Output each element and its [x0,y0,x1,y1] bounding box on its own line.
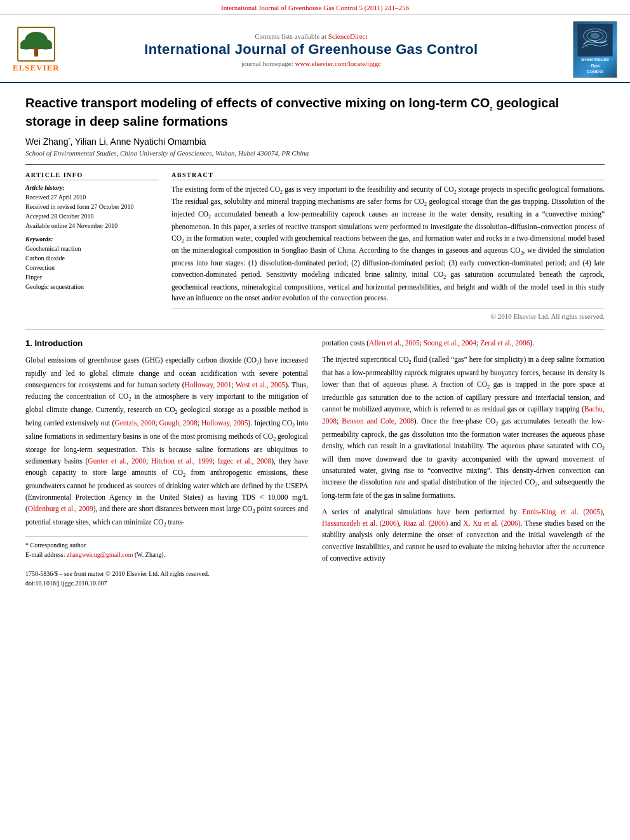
corresponding-note: * Corresponding author. [25,540,308,550]
email-link[interactable]: zhangweicug@gmail.com [67,551,133,558]
right-para-transport: portation costs (Allen et al., 2005; Soo… [322,337,605,349]
top-bar: International Journal of Greenhouse Gas … [0,0,630,15]
received-date: Received 27 April 2010 [25,192,159,202]
keyword-5: Geologic sequestration [25,282,159,291]
ref-xu2006[interactable]: X. Xu et al. (2006) [463,519,520,527]
email-line: E-mail address: zhangweicug@gmail.com (W… [25,550,308,559]
keyword-4: Finger [25,272,159,282]
copyright-line: © 2010 Elsevier Ltd. All rights reserved… [171,308,605,320]
article-title: Reactive transport modeling of effects o… [25,95,605,130]
journal-header: ELSEVIER Contents lists available at Sci… [0,15,630,83]
footnote-area: * Corresponding author. E-mail address: … [25,536,308,588]
ref-holloway2001[interactable]: Holloway, 2001 [185,381,232,389]
body-left-col: 1. Introduction Global emissions of gree… [25,337,308,588]
body-right-col: portation costs (Allen et al., 2005; Soo… [322,337,605,588]
homepage-link[interactable]: www.elsevier.com/locate/ijggc [295,60,382,67]
ref-oldenburg2009[interactable]: Oldenburg et al., 2009 [28,505,93,512]
available-date: Available online 24 November 2010 [25,221,159,230]
article-history: Article history: Received 27 April 2010 … [25,184,159,230]
history-label: Article history: [25,184,159,191]
section-divider [25,329,605,330]
keyword-2: Carbon dioxide [25,253,159,263]
ref-hassanzadeh2006[interactable]: Hassanzadeh et al. (2006) [322,519,399,527]
ref-soong2004[interactable]: Soong et al., 2004 [424,339,476,347]
affiliation: School of Environmental Studies, China U… [25,149,605,157]
svg-point-3 [39,39,52,50]
journal-title-section: Contents lists available at ScienceDirec… [60,32,563,67]
elsevier-logo: ELSEVIER [13,27,60,73]
ref-riaz2006[interactable]: Riaz al. (2006) [403,519,448,527]
received-revised-date: Received in revised form 27 October 2010 [25,202,159,211]
elsevier-tree-icon [17,27,55,62]
keywords-label: Keywords: [25,236,159,243]
article-info-label: ARTICLE INFO [25,171,159,180]
doi-line: doi:10.1016/j.ijggc.2010.10.007 [25,578,308,588]
issn-line: 1750-5836/$ – see front matter © 2010 El… [25,569,308,578]
ref-hitchon1999[interactable]: Hitchon et al., 1999 [151,457,213,465]
ref-gentzis2000[interactable]: Gentzis, 2000 [114,419,155,427]
right-para2: The injected supercritical CO2 fluid (ca… [322,354,605,501]
abstract-section: ABSTRACT The existing form of the inject… [171,171,605,320]
right-para3: A series of analytical simulations have … [322,506,605,564]
journal-main-title: International Journal of Greenhouse Gas … [60,41,563,58]
svg-point-2 [20,39,33,50]
accepted-date: Accepted 28 October 2010 [25,211,159,221]
keyword-1: Geochemical reaction [25,244,159,253]
elsevier-label: ELSEVIER [13,63,60,73]
journal-cover: GreenhouseGasControl [573,21,617,78]
journal-homepage: journal homepage: www.elsevier.com/locat… [60,60,563,67]
info-abstract-section: ARTICLE INFO Article history: Received 2… [25,164,605,320]
svg-rect-4 [34,48,38,57]
sciencedirect-link[interactable]: ScienceDirect [328,32,368,40]
cover-image: GreenhouseGasControl [573,21,617,78]
ref-izgec2008[interactable]: Izgec et al., 2008 [218,457,272,465]
ref-benson2008[interactable]: Benson and Cole, 2008 [342,417,414,425]
ref-gunter2000[interactable]: Gunter et al., 2000 [88,457,146,465]
article-info: ARTICLE INFO Article history: Received 2… [25,171,159,320]
ref-zeral2006[interactable]: Zeral et al., 2006 [480,339,530,347]
svg-point-9 [591,33,600,39]
keyword-3: Convection [25,263,159,272]
ref-holloway2005[interactable]: Holloway, 2005 [201,419,248,427]
ref-gough2008[interactable]: Gough, 2008 [159,419,198,427]
intro-para1: Global emissions of greenhouse gases (GH… [25,354,308,530]
ref-ennisking2005[interactable]: Ennis-King et al. (2005) [522,508,603,516]
abstract-label: ABSTRACT [171,171,605,180]
contents-line: Contents lists available at ScienceDirec… [60,32,563,40]
intro-heading: 1. Introduction [25,337,308,350]
cover-graphic [576,24,614,57]
author-names: Wei Zhang*, Yilian Li, Anne Nyatichi Oma… [25,137,206,147]
abstract-text: The existing form of the injected CO2 ga… [171,184,605,304]
ref-west2005[interactable]: West et al., 2005 [236,381,285,389]
cover-title: GreenhouseGasControl [581,57,609,75]
journal-citation: International Journal of Greenhouse Gas … [221,4,409,11]
body-content: 1. Introduction Global emissions of gree… [25,337,605,588]
main-content: Reactive transport modeling of effects o… [0,83,630,601]
ref-allen2005[interactable]: Allen et al., 2005 [369,339,420,347]
keywords-section: Keywords: Geochemical reaction Carbon di… [25,236,159,291]
authors-line: Wei Zhang*, Yilian Li, Anne Nyatichi Oma… [25,137,605,147]
